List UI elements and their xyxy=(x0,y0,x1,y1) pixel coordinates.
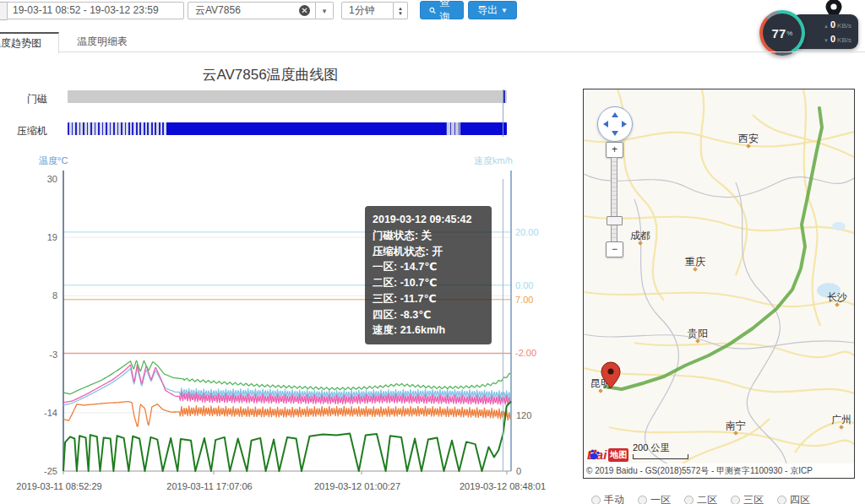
tab-temperature-table-label: 温度明细表 xyxy=(77,35,128,49)
map-city-dot xyxy=(638,241,643,246)
pan-down-icon[interactable] xyxy=(612,131,618,136)
gauge-percent-sign: % xyxy=(786,30,792,37)
legend-item-label: 三区 xyxy=(743,493,764,504)
date-range-input[interactable]: 19-03-11 08:52 - 19-03-12 23:59 xyxy=(7,2,184,19)
legend-item-二区[interactable]: 二区 xyxy=(684,493,717,504)
compressor-segment-on xyxy=(166,122,446,135)
legend-item-label: 二区 xyxy=(697,493,717,504)
map-border-line xyxy=(584,174,854,198)
app-root: 19-03-11 08:52 - 19-03-12 23:59 云AV7856 … xyxy=(0,0,865,504)
legend-item-手动[interactable]: 手动 xyxy=(591,493,624,504)
compressor-segment-on xyxy=(460,122,507,135)
caret-down-icon: ▼ xyxy=(501,7,508,14)
map-scale-label: 200 公里 xyxy=(633,442,669,453)
map-city-label: 重庆 xyxy=(685,256,705,268)
export-button-label: 导出 xyxy=(477,3,498,18)
map-city-dot xyxy=(746,144,751,149)
legend-item-四区[interactable]: 四区 xyxy=(777,493,810,504)
map-road xyxy=(795,422,854,453)
legend-item-一区[interactable]: 一区 xyxy=(638,493,671,504)
map-city-label: 西安 xyxy=(738,133,759,144)
upload-arrow-icon: ▲ xyxy=(824,24,829,29)
checkbox-icon[interactable] xyxy=(731,496,740,504)
interval-value: 1分钟 xyxy=(341,2,394,19)
zoom-slider-track[interactable] xyxy=(611,157,617,243)
download-speed: ▼ 0KB/s xyxy=(824,34,851,44)
series-line-一区 xyxy=(63,402,511,427)
baidu-paw-icon xyxy=(587,447,601,461)
checkbox-icon[interactable] xyxy=(591,496,601,504)
checkbox-icon[interactable] xyxy=(638,496,647,504)
zoom-out-button[interactable]: − xyxy=(606,241,623,257)
x-tick-label: 2019-03-12 01:00:27 xyxy=(314,481,400,491)
chart-title: 云AV7856温度曲线图 xyxy=(0,65,541,84)
legend-item-label: 手动 xyxy=(604,493,624,504)
zoom-slider-handle[interactable] xyxy=(607,216,623,225)
vehicle-select-value: 云AV7856 xyxy=(195,3,241,18)
bars-crosshair-line xyxy=(503,89,503,137)
tab-trend-chart[interactable]: 温度趋势图 xyxy=(0,32,59,54)
search-icon xyxy=(429,6,436,15)
checkbox-icon[interactable] xyxy=(777,496,786,504)
checkbox-icon[interactable] xyxy=(684,496,694,504)
map-scale-bar xyxy=(633,454,688,459)
download-arrow-icon: ▼ xyxy=(824,38,829,43)
tab-trend-chart-label: 温度趋势图 xyxy=(0,36,41,51)
tooltip-row: 速度: 21.6km/h xyxy=(373,322,484,339)
stepper-icon[interactable]: ▲▼ xyxy=(394,2,408,19)
legend-item-label: 一区 xyxy=(650,493,671,504)
map-city-dot xyxy=(598,388,603,393)
map-city-label: 广州 xyxy=(831,414,851,425)
map-marker-pin-hole xyxy=(608,369,614,375)
percent-gauge[interactable]: 77 % xyxy=(759,10,805,56)
tooltip-row: 二区: -10.7℃ xyxy=(373,275,484,291)
tooltip-row: 门磁状态: 关 xyxy=(373,228,484,244)
upload-speed: ▲ 0KB/s xyxy=(824,19,851,30)
map-city-dot xyxy=(693,267,698,272)
x-tick-label: 2019-03-11 17:07:06 xyxy=(166,481,252,491)
map-border-line xyxy=(584,334,854,349)
threshold-label: -2.00 xyxy=(515,348,536,358)
baidu-map[interactable]: 西安成都重庆长沙贵阳昆明南宁广州 + − Bai 地图 200 公里 © xyxy=(583,89,855,479)
interval-select[interactable]: 1分钟 ▲▼ xyxy=(341,2,408,19)
map-pan-control[interactable] xyxy=(597,106,633,142)
toolbar: 19-03-11 08:52 - 19-03-12 23:59 云AV7856 … xyxy=(0,0,865,25)
tab-temperature-table[interactable]: 温度明细表 xyxy=(64,32,140,51)
legend-item-三区[interactable]: 三区 xyxy=(731,493,764,504)
map-city-dot xyxy=(839,425,844,430)
y-right-tick-label: 0 xyxy=(516,466,521,476)
map-city-label: 成都 xyxy=(630,230,650,241)
door-open-tick xyxy=(503,90,505,103)
vehicle-select[interactable]: 云AV7856 ✕ ▾ xyxy=(188,2,334,19)
export-button[interactable]: 导出 ▼ xyxy=(468,1,517,19)
query-button[interactable]: 查询 xyxy=(420,1,464,19)
tooltip-time: 2019-03-12 09:45:42 xyxy=(373,212,484,228)
baidu-logo-map-text: 地图 xyxy=(608,448,628,462)
y-left-tick-label: 30 xyxy=(47,174,57,184)
baidu-logo: Bai 地图 xyxy=(587,447,628,462)
compressor-segment-mixed-light xyxy=(446,122,460,135)
map-canvas[interactable]: 西安成都重庆长沙贵阳昆明南宁广州 xyxy=(584,89,854,478)
compressor-bar-label: 压缩机 xyxy=(0,124,47,138)
map-attribution: © 2019 Baidu - GS(2018)5572号 - 甲测资字11009… xyxy=(584,463,854,478)
door-state-bar[interactable] xyxy=(68,90,507,103)
vehicle-route-line xyxy=(605,108,822,389)
map-city-label: 南宁 xyxy=(726,420,746,431)
pan-up-icon[interactable] xyxy=(612,112,618,117)
y-left-tick-label: -3 xyxy=(49,350,57,360)
map-city-dot xyxy=(733,431,738,436)
tooltip-row: 压缩机状态: 开 xyxy=(373,244,484,260)
gauge-percent-value: 77 xyxy=(772,26,786,41)
pan-right-icon[interactable] xyxy=(622,121,627,127)
map-road xyxy=(584,216,854,233)
threshold-label: 7.00 xyxy=(515,295,533,305)
legend-item-label: 四区 xyxy=(790,493,810,504)
tabs-divider xyxy=(0,51,865,52)
clear-icon[interactable]: ✕ xyxy=(299,5,310,16)
map-road xyxy=(634,343,854,357)
zone-legend-row: 手动一区二区三区四区 xyxy=(591,493,853,504)
pan-left-icon[interactable] xyxy=(603,121,608,127)
chevron-down-icon[interactable]: ▾ xyxy=(316,2,334,19)
compressor-state-bar[interactable] xyxy=(68,122,507,135)
zoom-in-button[interactable]: + xyxy=(606,142,623,158)
